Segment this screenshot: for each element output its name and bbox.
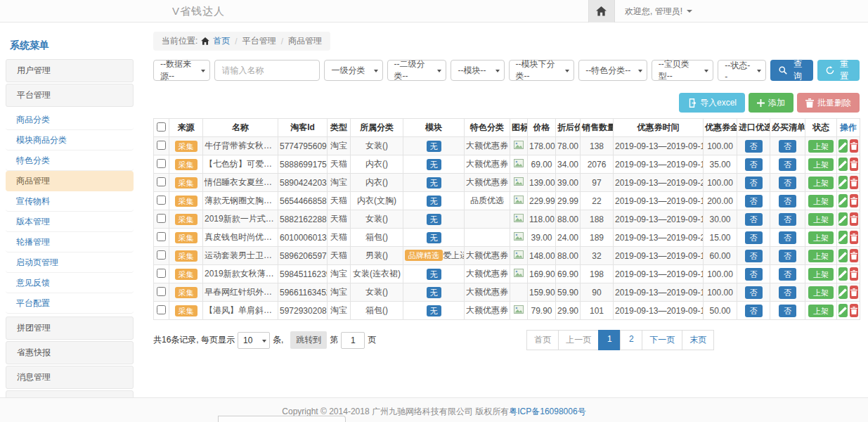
delete-button[interactable] [850, 212, 859, 226]
row-checkbox[interactable] [157, 232, 166, 241]
sidebar-item-0[interactable]: 商品分类 [6, 110, 134, 130]
import-select-toggle[interactable]: 否 [745, 250, 763, 262]
must-buy-toggle[interactable]: 否 [779, 268, 796, 281]
import-select-toggle[interactable]: 否 [745, 158, 763, 171]
sidebar-item-4[interactable]: 宣传物料 [6, 191, 134, 212]
delete-button[interactable] [850, 139, 859, 153]
pager-nav-4[interactable]: 下一页 [642, 330, 682, 350]
status-badge[interactable]: 上架 [808, 305, 834, 317]
import-select-toggle[interactable]: 否 [745, 286, 763, 299]
sidebar-item-9[interactable]: 平台配置 [6, 293, 134, 314]
status-badge[interactable]: 上架 [808, 231, 834, 244]
edit-button[interactable] [838, 194, 848, 207]
edit-button[interactable] [838, 212, 848, 226]
must-buy-toggle[interactable]: 否 [779, 140, 796, 153]
delete-button[interactable] [850, 267, 859, 281]
edit-button[interactable] [838, 286, 848, 299]
batch-delete-button[interactable]: 批量删除 [797, 93, 860, 113]
must-buy-toggle[interactable]: 否 [779, 286, 796, 299]
must-buy-toggle[interactable]: 否 [779, 195, 796, 207]
status-badge[interactable]: 上架 [808, 177, 834, 189]
edit-button[interactable] [838, 267, 848, 281]
pager-page-1[interactable]: 1 [598, 330, 621, 350]
select-all-checkbox[interactable] [157, 122, 166, 132]
status-badge[interactable]: 上架 [808, 286, 834, 299]
row-checkbox[interactable] [157, 141, 166, 150]
sidebar-item-1[interactable]: 模块商品分类 [6, 130, 134, 151]
status-badge[interactable]: 上架 [808, 195, 834, 207]
row-checkbox[interactable] [157, 159, 166, 168]
jump-button[interactable]: 跳转到 [290, 331, 327, 349]
add-button[interactable]: 添加 [749, 93, 793, 113]
edit-button[interactable] [838, 304, 848, 317]
status-badge[interactable]: 上架 [808, 213, 834, 226]
delete-button[interactable] [850, 304, 859, 317]
filter-select-data-source[interactable]: --数据来源-- [153, 60, 210, 81]
filter-select-item-type[interactable]: --宝贝类型-- [652, 60, 713, 81]
row-checkbox[interactable] [157, 214, 166, 223]
delete-button[interactable] [850, 286, 859, 299]
status-badge[interactable]: 上架 [808, 158, 834, 171]
import-excel-button[interactable]: 导入excel [679, 93, 745, 113]
status-badge[interactable]: 上架 [808, 140, 834, 153]
row-checkbox[interactable] [157, 269, 166, 278]
sidebar-group-bottom-0[interactable]: 拼团管理 [6, 316, 134, 340]
breadcrumb-home-link[interactable]: 首页 [213, 35, 230, 47]
edit-button[interactable] [838, 231, 848, 244]
page-number-input[interactable] [341, 332, 365, 349]
row-checkbox[interactable] [157, 287, 166, 296]
per-page-select[interactable]: 10 [238, 332, 270, 349]
icp-link[interactable]: 粤ICP备16098006号 [509, 407, 585, 416]
filter-select-module-subcategory[interactable]: --模块下分类-- [509, 60, 575, 81]
import-select-toggle[interactable]: 否 [745, 305, 763, 317]
filter-select-level1-category[interactable]: 一级分类 [324, 60, 382, 81]
must-buy-toggle[interactable]: 否 [779, 305, 796, 317]
home-button[interactable] [588, 0, 615, 23]
import-select-toggle[interactable]: 否 [745, 268, 763, 281]
import-select-toggle[interactable]: 否 [745, 195, 763, 207]
import-select-toggle[interactable]: 否 [745, 177, 763, 189]
sidebar-item-3[interactable]: 商品管理 [6, 171, 134, 191]
search-button[interactable]: 查询 [770, 60, 812, 81]
sidebar-item-7[interactable]: 启动页管理 [6, 252, 134, 273]
pager-nav-0[interactable]: 首页 [526, 330, 559, 350]
row-checkbox[interactable] [157, 305, 166, 314]
filter-select-feature-category[interactable]: --特色分类-- [578, 60, 647, 81]
delete-button[interactable] [850, 231, 859, 244]
must-buy-toggle[interactable]: 否 [779, 158, 796, 171]
delete-button[interactable] [850, 158, 859, 171]
sidebar-item-2[interactable]: 特色分类 [6, 151, 134, 171]
pager-nav-1[interactable]: 上一页 [558, 330, 599, 350]
edit-button[interactable] [838, 249, 848, 262]
sidebar-item-5[interactable]: 版本管理 [6, 212, 134, 232]
delete-button[interactable] [850, 249, 859, 262]
status-badge[interactable]: 上架 [808, 268, 834, 281]
pager-page-2[interactable]: 2 [620, 330, 642, 350]
filter-select-module[interactable]: --模块-- [451, 60, 504, 81]
sidebar-item-8[interactable]: 意见反馈 [6, 273, 134, 293]
must-buy-toggle[interactable]: 否 [779, 213, 796, 226]
row-checkbox[interactable] [157, 196, 166, 205]
edit-button[interactable] [838, 176, 848, 189]
filter-select-status[interactable]: --状态-- [718, 60, 766, 81]
delete-button[interactable] [850, 194, 859, 207]
filter-select-level2-category[interactable]: --二级分类-- [387, 60, 447, 81]
edit-button[interactable] [838, 139, 848, 153]
import-select-toggle[interactable]: 否 [745, 213, 763, 226]
must-buy-toggle[interactable]: 否 [779, 231, 796, 244]
edit-button[interactable] [838, 158, 848, 171]
row-checkbox[interactable] [157, 177, 166, 186]
delete-button[interactable] [850, 176, 859, 189]
status-badge[interactable]: 上架 [808, 250, 834, 262]
name-search-input[interactable] [214, 60, 320, 81]
import-select-toggle[interactable]: 否 [745, 231, 763, 244]
user-menu[interactable]: 欢迎您, 管理员! [625, 6, 692, 18]
sidebar-item-6[interactable]: 轮播管理 [6, 232, 134, 252]
sidebar-group-bottom-1[interactable]: 省惠快报 [6, 341, 134, 364]
import-select-toggle[interactable]: 否 [745, 140, 763, 153]
must-buy-toggle[interactable]: 否 [779, 177, 796, 189]
row-checkbox[interactable] [157, 250, 166, 260]
sidebar-group-bottom-2[interactable]: 消息管理 [6, 366, 134, 389]
pager-nav-5[interactable]: 末页 [682, 330, 714, 350]
must-buy-toggle[interactable]: 否 [779, 250, 796, 262]
